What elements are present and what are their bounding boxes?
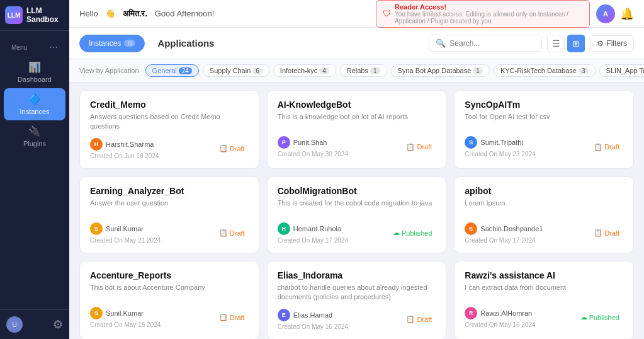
filter-chip-syna-bot[interactable]: Syna Bot App Database 1 bbox=[391, 64, 490, 77]
card-user: H Hemant.Ruhola bbox=[278, 222, 348, 235]
llm-logo-icon: LLM bbox=[5, 6, 23, 24]
search-input[interactable] bbox=[449, 39, 535, 48]
card-title: Earning_Analyzer_Bot bbox=[90, 186, 249, 196]
notifications-icon[interactable]: 🔔 bbox=[620, 7, 634, 21]
instances-count-badge: ⊙ bbox=[124, 40, 135, 47]
card-desc: This is a knowledge bot on lot of AI rep… bbox=[278, 112, 436, 130]
card-title: Rawzi's assistance AI bbox=[465, 270, 623, 280]
status-badge: ☁ Published bbox=[577, 312, 623, 323]
card-username: Sunil.Kumar bbox=[106, 225, 144, 233]
card-footer: S Sunil.Kumar Created On May 21 2024 📋 D… bbox=[90, 222, 249, 244]
main-content: Hello 👋 अमित.र. Good Afternoon! 🛡 Reader… bbox=[69, 0, 644, 339]
card-date: Created On May 16 2024 bbox=[278, 323, 348, 330]
card-user-info: S Sunil.Kumar Created On May 16 2024 bbox=[90, 307, 161, 328]
search-container: 🔍 bbox=[429, 35, 542, 52]
filter-chip-general[interactable]: General 24 bbox=[145, 64, 199, 77]
card-status-info: 📋 Draft bbox=[215, 312, 249, 323]
card-desc: Lorem Ipsum bbox=[465, 198, 623, 216]
card-avatar: H bbox=[90, 138, 103, 151]
draft-icon: 📋 bbox=[219, 144, 228, 152]
sidebar-item-dashboard[interactable]: 📊 Dashboard bbox=[0, 56, 69, 88]
card-date: Created On Jun 18 2024 bbox=[90, 152, 159, 159]
sidebar-item-plugins[interactable]: 🔌 Plugins bbox=[0, 120, 69, 152]
card-username: Rawzi.AlHomran bbox=[480, 309, 532, 317]
card-desc: Tool for Open AI test for csv bbox=[465, 112, 623, 130]
card-desc: This bot is about Accenture Company bbox=[90, 283, 249, 301]
card-status-info: 📋 Draft bbox=[402, 314, 436, 325]
status-badge: 📋 Draft bbox=[402, 314, 436, 325]
filter-chip-supply-chain[interactable]: Supply Chain 6 bbox=[203, 64, 269, 77]
filter-icon: ⚙ bbox=[597, 39, 604, 48]
card-item[interactable]: Elias_Indorama chatbot to handle queries… bbox=[267, 261, 447, 339]
sidebar-settings-icon[interactable]: ⚙ bbox=[53, 318, 63, 331]
card-user: E Elias.Hamad bbox=[278, 309, 348, 321]
card-status-info: 📋 Draft bbox=[402, 142, 436, 152]
tab-instances[interactable]: Instances ⊙ bbox=[79, 35, 145, 52]
card-status-info: ☁ Published bbox=[577, 312, 623, 323]
user-avatar[interactable]: U bbox=[6, 316, 23, 333]
status-badge: ☁ Published bbox=[389, 227, 436, 238]
card-item[interactable]: Earning_Analyzer_Bot Answer the user que… bbox=[79, 176, 259, 253]
status-badge: 📋 Draft bbox=[402, 142, 436, 152]
status-badge: 📋 Draft bbox=[590, 142, 623, 152]
filter-chip-infotech[interactable]: Infotech-kyc 4 bbox=[273, 64, 336, 77]
top-nav: Instances ⊙ Applications 🔍 ☰ ⊞ ⚙ Filters bbox=[69, 28, 644, 59]
status-badge: 📋 Draft bbox=[215, 312, 249, 323]
card-desc: Answer the user question bbox=[90, 198, 249, 216]
card-title: AI-KnowledgeBot bbox=[278, 100, 436, 110]
card-date: Created On May 16 2024 bbox=[465, 321, 535, 328]
card-user: R Rawzi.AlHomran bbox=[465, 307, 535, 319]
card-item[interactable]: apibot Lorem Ipsum S Sachin.Doshpande1 C… bbox=[454, 176, 634, 253]
card-user-info: R Rawzi.AlHomran Created On May 16 2024 bbox=[465, 307, 535, 328]
card-status-info: ☁ Published bbox=[389, 227, 436, 238]
card-item[interactable]: Accenture_Reports This bot is about Acce… bbox=[79, 261, 259, 339]
card-item[interactable]: Credit_Memo Answers questions based on C… bbox=[79, 90, 259, 169]
card-footer: R Rawzi.AlHomran Created On May 16 2024 … bbox=[465, 307, 623, 328]
card-user: S Sunil.Kumar bbox=[90, 307, 161, 319]
card-user-info: H Harshit.Sharma Created On Jun 18 2024 bbox=[90, 138, 159, 159]
filter-chip-kyc[interactable]: KYC-RiskTech Database 3 bbox=[494, 64, 596, 77]
plugins-icon: 🔌 bbox=[28, 125, 41, 137]
filter-chip-relabs[interactable]: Relabs 1 bbox=[340, 64, 387, 77]
list-view-button[interactable]: ☰ bbox=[547, 35, 565, 52]
filter-chip-slin[interactable]: SLIN_App Test 1 bbox=[599, 64, 644, 77]
card-username: Harshit.Sharma bbox=[106, 141, 154, 148]
card-title: CobolMigrationBot bbox=[278, 186, 436, 196]
topbar-user-avatar[interactable]: A bbox=[596, 4, 615, 23]
topbar-greeting: Hello 👋 अमित.र. Good Afternoon! bbox=[79, 9, 214, 19]
card-date: Created On May 17 2024 bbox=[465, 237, 543, 244]
card-item[interactable]: Rawzi's assistance AI I can extract data… bbox=[454, 261, 634, 339]
card-avatar: S bbox=[465, 222, 477, 235]
card-user-info: S Sunil.Kumar Created On May 21 2024 bbox=[90, 222, 161, 244]
card-user-info: E Elias.Hamad Created On May 16 2024 bbox=[278, 309, 348, 330]
card-footer: S Sachin.Doshpande1 Created On May 17 20… bbox=[465, 222, 623, 244]
card-username: Sunil.Kumar bbox=[106, 309, 144, 317]
card-avatar: P bbox=[278, 136, 290, 149]
card-username: Sachin.Doshpande1 bbox=[480, 225, 543, 233]
draft-icon: 📋 bbox=[219, 313, 228, 321]
card-user: H Harshit.Sharma bbox=[90, 138, 159, 151]
sidebar-item-instances[interactable]: 🔷 Instances bbox=[4, 88, 65, 120]
card-item[interactable]: CobolMigrationBot This is created for th… bbox=[267, 176, 447, 253]
card-user-info: S Sumit.Tripathi Created On May 23 2024 bbox=[465, 136, 535, 158]
filters-button[interactable]: ⚙ Filters bbox=[590, 35, 634, 52]
applications-title[interactable]: Applications bbox=[157, 38, 214, 49]
card-username: Hemant.Ruhola bbox=[293, 225, 341, 233]
card-desc: chatbot to handle queries about already … bbox=[278, 283, 436, 302]
topbar-action-icons: A 🔔 bbox=[596, 4, 634, 23]
card-item[interactable]: AI-KnowledgeBot This is a knowledge bot … bbox=[267, 90, 447, 169]
card-date: Created On May 17 2024 bbox=[278, 237, 348, 244]
card-footer: H Harshit.Sharma Created On Jun 18 2024 … bbox=[90, 138, 249, 159]
card-avatar: R bbox=[465, 307, 477, 319]
sidebar-logo-text: LLM Sandbox bbox=[26, 6, 64, 24]
published-icon: ☁ bbox=[580, 313, 587, 321]
card-title: Credit_Memo bbox=[90, 100, 249, 110]
card-user-info: P Punit.Shah Created On May 30 2024 bbox=[278, 136, 348, 158]
card-title: Elias_Indorama bbox=[278, 270, 436, 280]
grid-view-button[interactable]: ⊞ bbox=[567, 35, 585, 52]
menu-toggle-icon[interactable]: ⋯ bbox=[49, 42, 58, 52]
card-item[interactable]: SyncOpAITm Tool for Open AI test for csv… bbox=[454, 90, 634, 169]
card-date: Created On May 21 2024 bbox=[90, 237, 161, 244]
card-username: Punit.Shah bbox=[293, 139, 327, 146]
card-user: S Sachin.Doshpande1 bbox=[465, 222, 543, 235]
